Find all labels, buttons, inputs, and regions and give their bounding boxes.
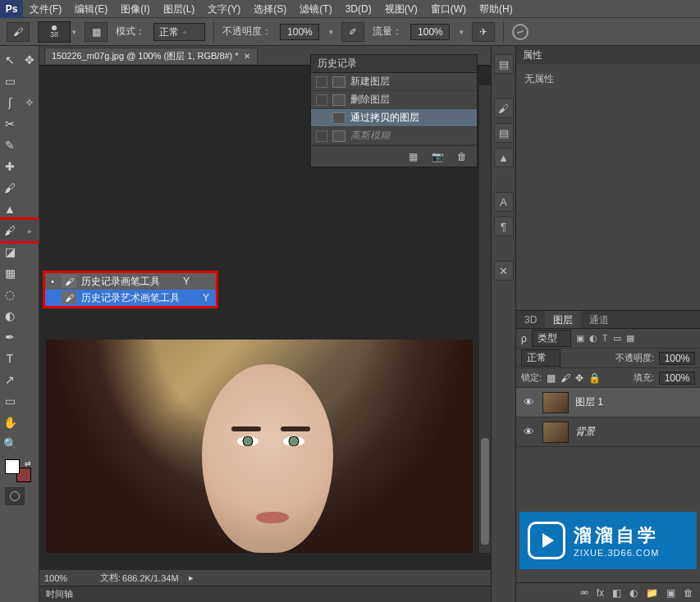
lock-pixels-icon[interactable]: ▦	[547, 372, 556, 384]
menu-image[interactable]: 图像(I)	[114, 0, 156, 18]
properties-tab[interactable]: 属性	[516, 46, 700, 64]
airbrush-icon[interactable]: ✈	[472, 22, 495, 42]
timeline-panel[interactable]: 时间轴	[39, 586, 491, 602]
filter-type-icon[interactable]: T	[602, 333, 608, 344]
blur-tool[interactable]: ◌	[0, 284, 20, 305]
mode-select[interactable]: 正常 ÷	[153, 23, 205, 41]
paragraph-dock-icon[interactable]: ¶	[494, 217, 514, 236]
flow-input[interactable]: 100%	[410, 24, 450, 40]
vertical-scrollbar[interactable]	[479, 85, 491, 553]
foreground-color[interactable]	[5, 459, 20, 474]
link-layers-icon[interactable]: ⚮	[580, 587, 588, 599]
path-tool[interactable]: ↗	[0, 369, 20, 390]
history-item[interactable]: 通过拷贝的图层	[311, 109, 477, 127]
zoom-tool[interactable]: 🔍	[0, 433, 20, 454]
layer-thumbnail[interactable]	[542, 422, 569, 443]
history-source-checkbox[interactable]	[316, 76, 327, 88]
menu-layer[interactable]: 图层(L)	[157, 0, 202, 18]
color-swatch[interactable]: ⇄	[5, 459, 31, 482]
menu-view[interactable]: 视图(V)	[378, 0, 424, 18]
group-icon[interactable]: 📁	[646, 587, 658, 599]
crop-tool[interactable]: ✂	[0, 113, 20, 135]
fill-input[interactable]: 100%	[659, 372, 695, 385]
menu-3d[interactable]: 3D(D)	[339, 0, 378, 18]
menu-help[interactable]: 帮助(H)	[473, 0, 519, 18]
layer-opacity-input[interactable]: 100%	[659, 352, 695, 365]
visibility-eye-icon[interactable]: 👁	[521, 396, 536, 408]
chevron-down-icon[interactable]: ▾	[460, 28, 464, 36]
clone-dock-icon[interactable]: ▲	[494, 148, 514, 167]
healing-tool[interactable]: ✚	[0, 156, 20, 177]
menu-type[interactable]: 文字(Y)	[201, 0, 247, 18]
layer-thumbnail[interactable]	[542, 392, 569, 413]
adjustments-dock-icon[interactable]: ▤	[494, 54, 514, 74]
scroll-thumb[interactable]	[481, 438, 489, 545]
lasso-tool[interactable]: ʃ	[0, 92, 20, 113]
type-tool[interactable]: T	[0, 348, 20, 369]
history-brush-tool[interactable]: 🖌	[0, 220, 20, 241]
swap-colors-icon[interactable]: ⇄	[25, 459, 31, 467]
tool-preset-icon[interactable]: 🖌	[7, 22, 30, 42]
tab-channels[interactable]: 通道	[581, 311, 617, 328]
layer-name[interactable]: 背景	[575, 425, 595, 439]
filter-adjust-icon[interactable]: ◐	[589, 333, 597, 344]
tools-dock-icon[interactable]: ✕	[494, 261, 514, 280]
history-item[interactable]: 删除图层	[311, 91, 477, 109]
menu-file[interactable]: 文件(F)	[23, 0, 68, 18]
wand-tool[interactable]: ✧	[20, 92, 39, 113]
menu-window[interactable]: 窗口(W)	[424, 0, 473, 18]
eyedropper-tool[interactable]: ✎	[0, 135, 20, 156]
close-tab-icon[interactable]: ✕	[244, 52, 250, 61]
filter-shape-icon[interactable]: ▭	[613, 333, 621, 344]
history-item[interactable]: 新建图层	[311, 73, 477, 91]
new-document-from-state-icon[interactable]: ▦	[406, 151, 419, 162]
lock-all-icon[interactable]: 🔒	[588, 372, 601, 384]
flyout-item-art-history-brush[interactable]: 🖌 历史记录艺术画笔工具 Y	[45, 290, 216, 306]
marquee-tool[interactable]: ▭	[0, 71, 20, 92]
tab-3d[interactable]: 3D	[516, 311, 545, 328]
dodge-tool[interactable]: ◐	[0, 305, 20, 326]
chevron-down-icon[interactable]: ▾	[329, 28, 333, 36]
eraser-tool[interactable]: ◪	[0, 241, 20, 262]
document-tab[interactable]: 150226_m07g.jpg @ 100% (图层 1, RGB/8#) * …	[44, 48, 258, 64]
brush-preset[interactable]: 38 ▾	[38, 21, 76, 43]
gradient-tool[interactable]: ▦	[0, 262, 20, 284]
history-item[interactable]: 高斯模糊	[311, 127, 477, 145]
layer-item[interactable]: 👁 图层 1	[516, 388, 700, 417]
visibility-eye-icon[interactable]: 👁	[521, 426, 536, 438]
layer-filter-select[interactable]: 类型	[532, 330, 571, 347]
fx-icon[interactable]: fx	[597, 587, 604, 599]
tab-layers[interactable]: 图层	[545, 311, 581, 328]
lock-move-icon[interactable]: ✥	[575, 372, 583, 384]
move-tool[interactable]: ↖	[0, 49, 20, 71]
artboard-tool[interactable]: ✥	[20, 49, 39, 71]
layer-item[interactable]: 👁 背景	[516, 417, 700, 447]
pressure-opacity-icon[interactable]: ✐	[341, 22, 364, 42]
blend-mode-select[interactable]: 正常	[521, 349, 560, 367]
mask-icon[interactable]: ◧	[612, 587, 621, 599]
menu-edit[interactable]: 编辑(E)	[68, 0, 114, 18]
pen-tool[interactable]: ✒	[0, 326, 20, 348]
layer-name[interactable]: 图层 1	[575, 395, 603, 409]
menu-select[interactable]: 选择(S)	[247, 0, 293, 18]
zoom-value[interactable]: 100%	[44, 573, 90, 583]
brushpresets-dock-icon[interactable]: ▤	[494, 123, 514, 143]
brush-tool[interactable]: 🖌	[0, 177, 20, 198]
history-source-checkbox[interactable]	[316, 112, 327, 124]
delete-layer-icon[interactable]: 🗑	[684, 587, 693, 599]
adjustment-layer-icon[interactable]: ◐	[629, 587, 638, 599]
flyout-item-history-brush[interactable]: • 🖌 历史记录画笔工具 Y	[45, 273, 216, 290]
lock-brush-icon[interactable]: 🖌	[560, 372, 570, 384]
history-state-icon[interactable]	[512, 24, 528, 40]
shape-tool[interactable]: ▭	[0, 390, 20, 412]
filter-image-icon[interactable]: ▣	[576, 333, 584, 344]
status-menu-icon[interactable]: ▸	[189, 572, 194, 583]
snapshot-icon[interactable]: 📷	[431, 151, 444, 162]
character-dock-icon[interactable]: A	[494, 192, 514, 212]
delete-state-icon[interactable]: 🗑	[455, 151, 469, 162]
brush-dock-icon[interactable]: 🖌	[494, 98, 514, 118]
history-panel-title[interactable]: 历史记录	[311, 55, 477, 73]
filter-smart-icon[interactable]: ▦	[626, 333, 634, 344]
opacity-input[interactable]: 100%	[280, 24, 319, 40]
quick-mask-toggle[interactable]	[5, 487, 25, 505]
